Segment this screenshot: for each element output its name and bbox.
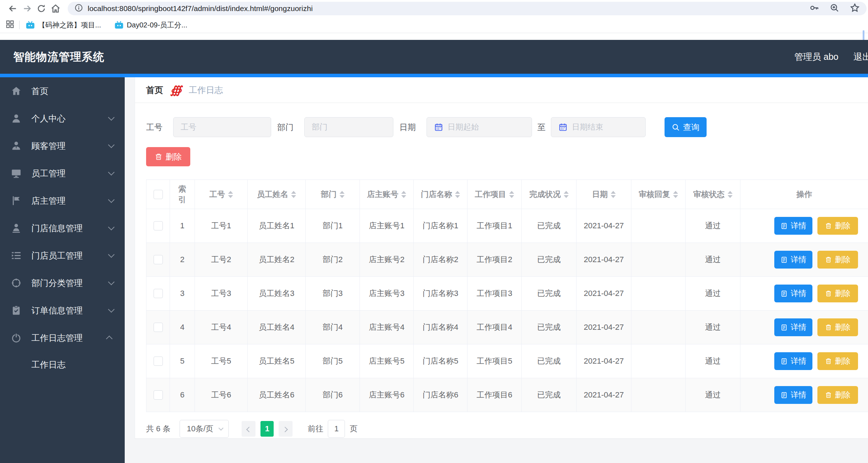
detail-button[interactable]: 详情 — [774, 285, 812, 302]
sort-caret-icon[interactable] — [564, 191, 569, 198]
back-icon[interactable] — [6, 1, 20, 16]
bookmark-item-1[interactable]: 【码神之路】项目... — [25, 20, 101, 30]
sidebar-item-store-info-mgmt[interactable]: 门店信息管理 — [0, 214, 125, 242]
sort-caret-icon[interactable] — [291, 191, 296, 198]
sort-caret-icon[interactable] — [509, 191, 514, 198]
row-delete-button[interactable]: 删除 — [817, 352, 858, 370]
date-start-input[interactable]: 日期起始 — [427, 117, 532, 137]
sort-caret-icon[interactable] — [455, 191, 460, 198]
column-header-work-item[interactable]: 工作项目 — [467, 180, 522, 209]
column-header-owner-account[interactable]: 店主账号 — [360, 180, 414, 209]
site-info-icon[interactable] — [74, 3, 83, 14]
cell-review-reply — [631, 277, 686, 310]
sort-caret-icon[interactable] — [228, 191, 233, 198]
detail-button[interactable]: 详情 — [774, 217, 812, 235]
sidebar-item-store-staff-mgmt[interactable]: 门店员工管理 — [0, 242, 125, 269]
column-header-work-no[interactable]: 工号 — [195, 180, 248, 209]
cell-review-status: 通过 — [686, 344, 740, 378]
address-bar[interactable]: localhost:8080/springboot142f7/admin/dis… — [68, 2, 867, 15]
table-header-row: 索引 工号 员工姓名 部门 店主账号 门店名称 工作项目 完成状况 日期 审核回… — [146, 180, 868, 209]
row-delete-button[interactable]: 删除 — [817, 285, 858, 302]
search-icon — [672, 123, 680, 131]
cell-employee-name: 员工姓名3 — [248, 277, 306, 310]
placeholder-text: 工号 — [181, 122, 196, 132]
breadcrumb-separator-glyph: ∰ — [170, 84, 182, 96]
table-body: 1 工号1 员工姓名1 部门1 店主账号1 门店名称1 工作项目1 已完成 20… — [146, 209, 868, 412]
prev-page-button[interactable] — [242, 421, 255, 437]
sidebar-item-work-log-mgmt[interactable]: 工作日志管理 — [0, 324, 125, 352]
url-text[interactable]: localhost:8080/springboot142f7/admin/dis… — [88, 4, 313, 13]
column-header-review-reply[interactable]: 审核回复 — [631, 180, 686, 209]
select-all-checkbox[interactable] — [154, 190, 163, 199]
sidebar-item-order-info-mgmt[interactable]: 订单信息管理 — [0, 297, 125, 324]
cell-review-reply — [631, 378, 686, 412]
cell-store-name: 门店名称2 — [414, 243, 467, 276]
document-icon — [780, 324, 788, 331]
trash-icon — [825, 358, 832, 365]
sidebar-item-customer-mgmt[interactable]: 顾客管理 — [0, 132, 125, 160]
apps-grid-icon[interactable] — [5, 19, 15, 31]
search-button[interactable]: 查询 — [665, 117, 707, 137]
password-key-icon[interactable] — [809, 2, 820, 15]
column-header-store-name[interactable]: 门店名称 — [414, 180, 467, 209]
column-header-department[interactable]: 部门 — [306, 180, 360, 209]
row-delete-button[interactable]: 删除 — [817, 318, 858, 336]
bookmarks-bar: 【码神之路】项目... Day02-09-员工分... — [0, 17, 868, 33]
sort-caret-icon[interactable] — [673, 191, 678, 198]
column-header-review-status[interactable]: 审核状态 — [686, 180, 740, 209]
row-delete-button[interactable]: 删除 — [817, 386, 858, 404]
breadcrumb-home[interactable]: 首页 — [146, 84, 163, 96]
logout-link[interactable]: 退出 — [853, 51, 868, 63]
row-checkbox[interactable] — [154, 357, 163, 366]
sort-caret-icon[interactable] — [401, 191, 406, 198]
sidebar-item-department-category-mgmt[interactable]: 部门分类管理 — [0, 269, 125, 297]
sidebar-item-personal-center[interactable]: 个人中心 — [0, 105, 125, 132]
zoom-in-icon[interactable] — [830, 3, 839, 14]
cell-index: 3 — [170, 277, 195, 310]
sort-caret-icon[interactable] — [340, 191, 345, 198]
bookmark-item-2[interactable]: Day02-09-员工分... — [114, 20, 187, 30]
detail-button[interactable]: 详情 — [774, 352, 812, 370]
column-header-date[interactable]: 日期 — [577, 180, 631, 209]
chevron-down-icon — [108, 224, 114, 230]
work-no-input[interactable]: 工号 — [173, 117, 271, 137]
next-page-button[interactable] — [279, 421, 293, 437]
sidebar-item-home[interactable]: 首页 — [0, 77, 125, 105]
sidebar-item-label: 订单信息管理 — [31, 305, 83, 316]
home-icon[interactable] — [48, 1, 63, 16]
detail-button[interactable]: 详情 — [774, 251, 812, 269]
sidebar-subitem-work-log[interactable]: 工作日志 — [0, 352, 125, 378]
row-delete-button[interactable]: 删除 — [817, 217, 858, 235]
column-header-employee-name[interactable]: 员工姓名 — [248, 180, 306, 209]
cell-store-name: 门店名称3 — [414, 277, 467, 310]
current-page-button[interactable]: 1 — [260, 421, 274, 437]
column-header-index[interactable]: 索引 — [170, 180, 195, 209]
row-checkbox[interactable] — [154, 221, 163, 230]
sidebar-item-employee-mgmt[interactable]: 员工管理 — [0, 160, 125, 187]
table-row: 5 工号5 员工姓名5 部门5 店主账号5 门店名称5 工作项目5 已完成 20… — [146, 344, 868, 378]
bookmark-star-icon[interactable] — [849, 2, 860, 15]
row-checkbox[interactable] — [154, 255, 163, 264]
row-checkbox[interactable] — [154, 289, 163, 298]
row-delete-button[interactable]: 删除 — [817, 251, 858, 269]
forward-icon[interactable] — [20, 1, 34, 16]
reload-icon[interactable] — [34, 1, 48, 16]
dept-input[interactable]: 部门 — [304, 117, 393, 137]
row-checkbox[interactable] — [154, 323, 163, 332]
sidebar-item-shop-owner-mgmt[interactable]: 店主管理 — [0, 187, 125, 214]
sort-caret-icon[interactable] — [728, 191, 733, 198]
date-end-input[interactable]: 日期结束 — [551, 117, 646, 137]
date-to-label: 至 — [537, 122, 546, 133]
sort-caret-icon[interactable] — [611, 191, 616, 198]
cell-work-no: 工号5 — [195, 344, 248, 378]
detail-button[interactable]: 详情 — [774, 318, 812, 336]
goto-page-input[interactable]: 1 — [328, 420, 345, 438]
table-row: 6 工号6 员工姓名6 部门6 店主账号6 门店名称6 工作项目6 已完成 20… — [146, 378, 868, 412]
row-checkbox[interactable] — [154, 390, 163, 400]
detail-button[interactable]: 详情 — [774, 386, 812, 404]
sidebar-item-label: 顾客管理 — [31, 140, 66, 152]
cell-date: 2021-04-27 — [577, 277, 631, 310]
bulk-delete-button[interactable]: 删除 — [146, 147, 190, 166]
column-header-completion[interactable]: 完成状况 — [522, 180, 577, 209]
page-size-select[interactable]: 10条/页 — [180, 420, 229, 438]
